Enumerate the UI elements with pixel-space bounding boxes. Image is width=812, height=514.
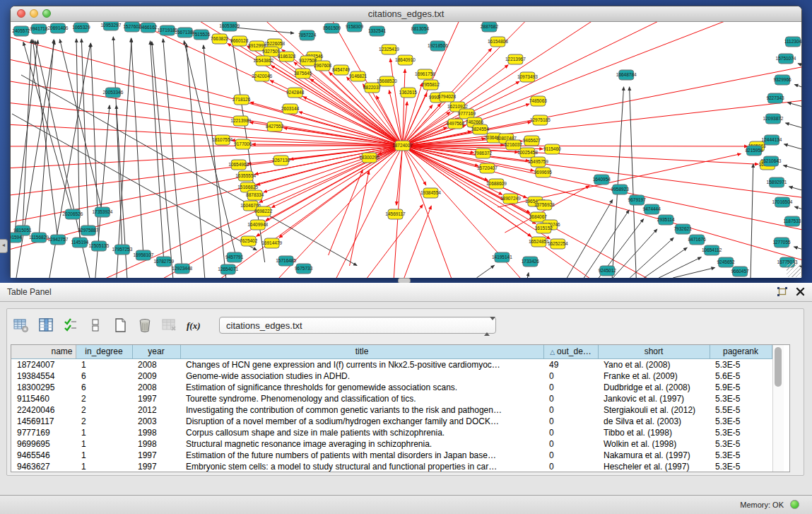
graph-node[interactable]: 16961758 (415, 69, 435, 79)
table-cell[interactable]: 1 (76, 438, 132, 450)
graph-node[interactable]: 8561509 (323, 23, 341, 33)
table-cell[interactable]: 5.3E-5 (710, 438, 772, 450)
table-cell[interactable]: Embryonic stem cells: a model to study s… (180, 461, 543, 472)
table-cell[interactable]: 19384554 (11, 370, 76, 382)
graph-node[interactable]: 18907249 (500, 194, 521, 204)
graph-node[interactable]: 15720407 (477, 163, 498, 173)
table-cell[interactable]: 2009 (132, 370, 180, 382)
graph-node[interactable]: 19218506 (428, 41, 448, 51)
graph-node[interactable]: 9660457 (731, 267, 749, 276)
table-cell[interactable]: 1998 (132, 427, 180, 438)
graph-node[interactable]: 9115460 (543, 144, 561, 154)
table-cell[interactable]: Corpus callosum shape and size in male p… (180, 427, 543, 438)
network-window[interactable]: citations_edges.txt 18724007766382296601… (10, 6, 802, 277)
graph-node[interactable]: 6794028 (438, 92, 457, 102)
graph-node[interactable]: 1332541 (368, 26, 387, 36)
graph-node[interactable]: 9245012 (599, 266, 617, 276)
graph-node[interactable]: 18640910 (395, 55, 416, 65)
graph-node[interactable]: 10688609 (486, 179, 507, 189)
citation-network-graph[interactable]: 1872400776638229660128891299915226058932… (11, 22, 801, 278)
graph-node[interactable]: 9457791 (225, 252, 244, 262)
graph-node[interactable]: 14195141 (492, 252, 512, 262)
graph-node[interactable]: 18107554 (212, 135, 233, 145)
graph-node[interactable]: 9146821 (349, 71, 367, 81)
network-window-titlebar[interactable]: citations_edges.txt (11, 6, 801, 22)
graph-node[interactable]: 6216037 (505, 140, 523, 150)
graph-node[interactable]: 2405572 (12, 26, 30, 36)
table-cell[interactable]: 1 (76, 358, 132, 370)
graph-node[interactable]: 10973493 (517, 72, 538, 82)
panel-collapse-arrow[interactable]: ◂ (0, 239, 8, 253)
table-cell[interactable]: 5.3E-5 (710, 461, 772, 472)
graph-node[interactable]: 16914479 (261, 238, 282, 248)
graph-node[interactable]: 16154808 (488, 37, 508, 47)
graph-node[interactable]: 10025458 (517, 148, 538, 158)
graph-node[interactable]: 9941718 (30, 24, 48, 34)
graph-node[interactable]: 12325419 (379, 45, 399, 54)
delete-columns-icon[interactable] (135, 316, 155, 334)
table-cell[interactable]: Wolkin et al. (1998) (598, 438, 710, 450)
graph-node[interactable]: 2967608 (314, 61, 332, 71)
graph-node[interactable]: 15751074 (776, 54, 796, 64)
table-cell[interactable]: Stergiakouli et al. (2012) (598, 404, 710, 416)
table-cell[interactable]: 5.3E-5 (710, 358, 772, 370)
table-cell[interactable]: 22420046 (11, 404, 76, 416)
table-cell[interactable]: 5.6E-5 (710, 370, 772, 382)
table-cell[interactable]: 2 (76, 404, 132, 416)
graph-node[interactable]: 8427552 (266, 122, 284, 132)
graph-node[interactable]: 16648784 (616, 70, 637, 80)
table-cell[interactable]: 0 (543, 438, 598, 450)
graph-node[interactable]: 9699695 (534, 168, 553, 177)
table-cell[interactable]: Nakamura et al. (1997) (598, 450, 710, 461)
graph-node[interactable]: 20691406 (48, 23, 69, 33)
table-cell[interactable]: Genome-wide association studies in ADHD. (180, 370, 543, 382)
graph-node[interactable]: 19384554 (420, 188, 441, 198)
graph-node[interactable]: 16409948 (247, 220, 268, 230)
graph-node[interactable]: 12093872 (763, 114, 784, 124)
table-cell[interactable]: Structural magnetic resonance image aver… (180, 438, 543, 450)
graph-node[interactable]: 10654963 (228, 160, 249, 170)
table-cell[interactable]: Yano et al. (2008) (598, 358, 710, 370)
table-cell[interactable]: 2 (76, 393, 132, 404)
graph-node[interactable]: 8822037 (363, 83, 382, 93)
graph-node[interactable]: 1527602 (123, 22, 141, 32)
table-cell[interactable]: 18300295 (11, 382, 76, 393)
table-cell[interactable]: 0 (543, 370, 598, 382)
table-cell[interactable]: 1997 (132, 393, 180, 404)
table-row[interactable]: 969969511998Structural magnetic resonanc… (11, 438, 772, 450)
graph-node[interactable]: 12942757 (48, 235, 69, 245)
column-header-name[interactable]: name (11, 345, 76, 358)
table-cell[interactable]: 0 (543, 393, 598, 404)
graph-node[interactable]: 9242848 (286, 88, 305, 98)
table-selector-dropdown[interactable]: citations_edges.txt (219, 317, 496, 334)
table-cell[interactable]: 2003 (132, 416, 180, 427)
column-header-pagerank[interactable]: pagerank (710, 345, 772, 358)
table-cell[interactable]: Tourette syndrome. Phenomenology and cla… (180, 393, 543, 404)
graph-node[interactable]: 1277055 (772, 238, 791, 247)
table-cell[interactable]: 0 (543, 416, 598, 427)
table-cell[interactable]: 9465546 (11, 450, 76, 461)
table-cell[interactable]: 1 (76, 461, 132, 472)
graph-node[interactable]: 7625402 (240, 236, 258, 246)
table-cell[interactable]: 5.3E-5 (710, 427, 772, 438)
graph-node[interactable]: 12505135 (88, 241, 109, 251)
table-cell[interactable]: 1997 (132, 450, 180, 461)
graph-node[interactable]: 11156829 (29, 233, 49, 243)
graph-node[interactable]: 9958923 (611, 185, 630, 194)
table-cell[interactable]: 1998 (132, 438, 180, 450)
graph-node[interactable]: 16782759 (153, 257, 174, 267)
graph-node[interactable]: 17353924 (92, 207, 112, 217)
graph-node[interactable]: 22420046 (252, 71, 272, 81)
graph-node[interactable]: 2718126 (233, 95, 251, 105)
graph-node[interactable]: 1065329 (72, 23, 90, 33)
graph-node[interactable]: 16053809 (219, 22, 240, 31)
attribute-table[interactable]: namein_degreeyeartitle△out_de…shortpager… (11, 345, 772, 472)
table-cell[interactable]: 0 (543, 382, 598, 393)
show-columns-icon[interactable] (36, 316, 56, 334)
graph-node[interactable]: 10654112 (702, 245, 722, 255)
table-cell[interactable]: 9463627 (11, 461, 76, 472)
graph-node[interactable]: 7932621 (674, 224, 693, 234)
scrollbar-thumb[interactable] (775, 347, 782, 387)
column-header-out-de-[interactable]: △out_de… (543, 345, 598, 358)
table-cell[interactable]: 9699695 (11, 438, 76, 450)
